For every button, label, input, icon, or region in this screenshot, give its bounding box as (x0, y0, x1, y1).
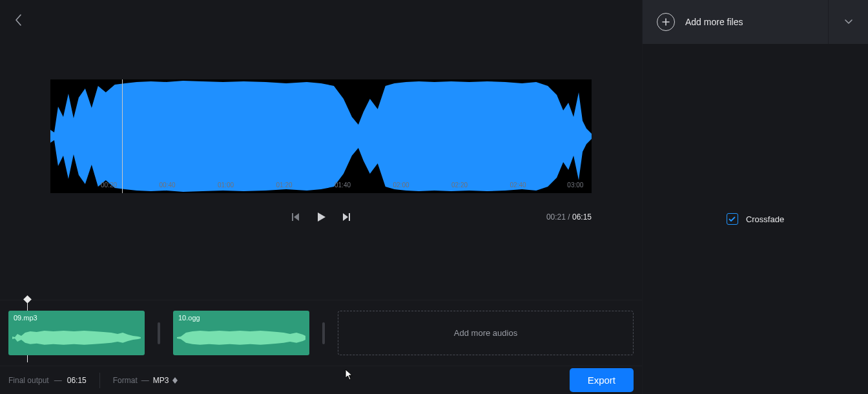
tick-label: 02:20 (451, 181, 468, 189)
current-time: 00:21 (546, 213, 566, 222)
final-output-info: Final output — 06:15 (8, 376, 87, 385)
time-ruler: 00:20 00:40 01:00 01:20 01:40 02:00 02:2… (50, 180, 592, 189)
clip-waveform (177, 326, 305, 349)
clip-name: 09.mp3 (14, 314, 37, 322)
skip-forward-button[interactable] (342, 212, 352, 222)
play-button[interactable] (315, 211, 327, 223)
crossfade-checkbox[interactable]: Crossfade (727, 213, 784, 225)
final-output-value: 06:15 (67, 376, 87, 385)
play-icon (315, 211, 327, 223)
back-button[interactable] (14, 13, 23, 30)
side-panel: Add more files Crossfade (642, 0, 868, 394)
total-time: 06:15 (572, 213, 592, 222)
format-select[interactable]: Format — MP3 (113, 376, 178, 385)
skip-back-button[interactable] (290, 212, 300, 222)
expand-panel-button[interactable] (828, 0, 868, 44)
checkbox-box (727, 213, 738, 225)
waveform-canvas[interactable]: 00:20 00:40 01:00 01:20 01:40 02:00 02:2… (50, 79, 592, 193)
tick-label: 00:20 (101, 181, 117, 189)
clip-separator[interactable] (158, 322, 160, 344)
audio-clip[interactable]: 10.ogg (173, 311, 309, 355)
check-icon (728, 216, 736, 222)
add-files-button[interactable]: Add more files (643, 0, 868, 44)
export-label: Export (588, 375, 615, 386)
playhead[interactable] (122, 79, 123, 193)
skip-forward-icon (342, 212, 352, 222)
audio-clip[interactable]: 09.mp3 (8, 311, 145, 355)
timeline-track[interactable]: 09.mp3 10.ogg (0, 300, 642, 366)
transport-bar: 00:21 / 06:15 (50, 207, 592, 227)
chevron-left-icon (14, 13, 23, 27)
waveform-svg (50, 79, 592, 193)
crossfade-label: Crossfade (746, 214, 784, 224)
plus-circle-icon (657, 13, 675, 31)
tick-label: 01:00 (218, 181, 234, 189)
stepper-arrows-icon (172, 377, 178, 384)
add-files-label: Add more files (685, 17, 743, 27)
tick-label: 01:20 (276, 181, 293, 189)
divider (99, 373, 100, 388)
chevron-down-icon (844, 19, 853, 25)
format-label: Format (113, 376, 138, 385)
skip-back-icon (290, 212, 300, 222)
add-audio-dropzone[interactable]: Add more audios (338, 311, 634, 355)
clip-separator[interactable] (322, 322, 325, 344)
tick-label: 02:00 (393, 181, 409, 189)
export-button[interactable]: Export (570, 368, 634, 392)
timeline-playhead[interactable] (25, 296, 30, 302)
clip-name: 10.ogg (178, 314, 200, 322)
format-value: MP3 (153, 376, 169, 385)
tick-label: 03:00 (567, 181, 583, 189)
timecode: 00:21 / 06:15 (546, 213, 592, 222)
tick-label: 01:40 (335, 181, 351, 189)
time-separator: / (566, 213, 572, 222)
clip-waveform (12, 326, 141, 349)
final-output-label: Final output (8, 376, 49, 385)
tick-label: 00:40 (159, 181, 175, 189)
bottom-bar: Final output — 06:15 Format — MP3 Export (0, 366, 642, 394)
dropzone-label: Add more audios (454, 328, 517, 338)
tick-label: 02:40 (510, 181, 526, 189)
waveform-preview: 00:20 00:40 01:00 01:20 01:40 02:00 02:2… (0, 0, 642, 300)
